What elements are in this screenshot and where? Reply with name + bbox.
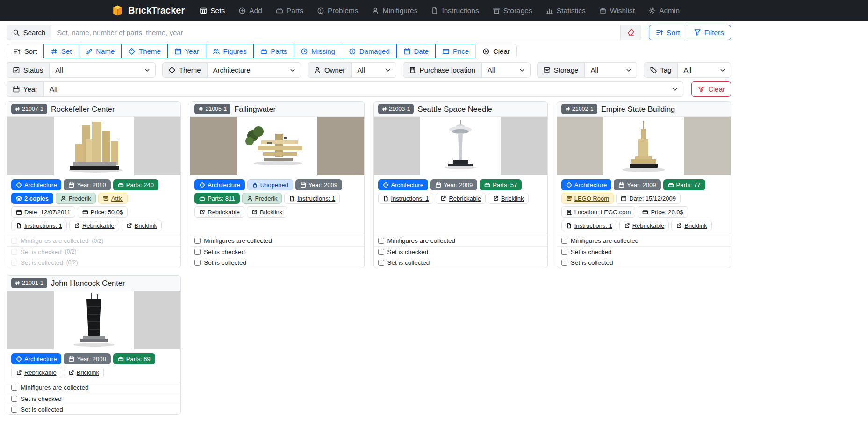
nav-item-parts[interactable]: Parts [276,7,303,15]
check-minifigures-are-collected[interactable]: Minifigures are collected [374,235,547,246]
creditcard-icon [82,209,88,215]
sortbar-theme-button[interactable]: Theme [121,44,167,58]
clear-filters-button[interactable]: Clear [691,81,731,97]
filter-select-theme[interactable]: Architecture [207,62,301,78]
search-input[interactable] [51,25,621,40]
checkbox[interactable] [561,260,567,266]
sortbar-date-button[interactable]: Date [396,44,436,58]
gear-icon [648,7,656,15]
check-minifigures-are-collected[interactable]: Minifigures are collected [557,235,731,246]
set-badges: ArchitectureUnopenedYear: 2009Parts: 811… [190,175,364,235]
nav-item-sets[interactable]: Sets [200,7,225,15]
badge-bricklink[interactable]: Bricklink [488,193,528,204]
check-minifigures-are-collected[interactable]: Minifigures are collected [7,382,180,393]
set-image[interactable] [374,117,547,175]
badge-bricklink[interactable]: Bricklink [671,220,711,231]
nav-item-wishlist[interactable]: Wishlist [599,7,635,15]
set-image[interactable] [7,117,180,175]
check-set-is-collected[interactable]: Set is collected [190,257,364,268]
nav-item-add[interactable]: Add [238,7,262,15]
sort-button[interactable]: Sort [649,25,687,40]
checkbox[interactable] [561,238,567,244]
check-minifigures-are-collected[interactable]: Minifigures are collected [190,235,364,246]
checkbox[interactable] [561,249,567,255]
sortbar-set-button[interactable]: Set [43,44,79,58]
sortbar-year-button[interactable]: Year [167,44,206,58]
filter-select-owner[interactable]: All [351,62,396,78]
badge-instructions-1[interactable]: Instructions: 1 [561,220,617,231]
filter-select-purchase-location[interactable]: All [481,62,531,78]
sortbar-name-button[interactable]: Name [79,44,122,58]
brand[interactable]: BrickTracker [111,4,185,17]
checkbox [11,238,17,244]
badge-rebrickable[interactable]: Rebrickable [11,367,61,378]
checkbox[interactable] [194,260,201,266]
set-card-header: 21007-1 Rockefeller Center [7,102,180,117]
badge-rebrickable[interactable]: Rebrickable [619,220,669,231]
checkbox[interactable] [11,385,17,391]
checkbox[interactable] [194,238,201,244]
badge-lego-room[interactable]: LEGO Room [561,193,614,204]
check-set-is-checked[interactable]: Set is checked [7,393,180,404]
filter-select-storage[interactable]: All [584,62,637,78]
diamond-tag-icon [128,48,136,55]
checkbox[interactable] [11,396,17,402]
badge-instructions-1[interactable]: Instructions: 1 [11,220,67,231]
sortbar-clear-button[interactable]: Clear [475,44,517,58]
checkbox[interactable] [378,238,384,244]
badge-year-2010: Year: 2010 [64,179,110,190]
badge-rebrickable[interactable]: Rebrickable [436,193,486,204]
badge-rebrickable[interactable]: Rebrickable [69,220,119,231]
badge-instructions-1[interactable]: Instructions: 1 [284,193,340,204]
calendar-icon [68,356,74,362]
set-badges: ArchitectureYear: 2010Parts: 2402 copies… [7,175,180,235]
filter-select-tag[interactable]: All [677,62,731,78]
badge-rebrickable[interactable]: Rebrickable [194,206,244,218]
checkbox[interactable] [378,260,384,266]
nav-item-admin[interactable]: Admin [648,7,680,15]
badge-bricklink[interactable]: Bricklink [247,206,287,218]
check-set-is-checked[interactable]: Set is checked [374,246,547,257]
badge-price-50-0: Price: 50.0$ [78,206,128,218]
checkbox[interactable] [378,249,384,255]
file-icon [289,196,295,202]
badge-attic[interactable]: Attic [98,193,128,204]
year-filter-select[interactable]: All [43,81,683,97]
chart-icon [546,7,553,15]
set-image[interactable] [7,291,180,349]
nav-item-problems[interactable]: Problems [317,7,358,15]
filter-group-storage: Storage All [537,62,637,78]
nav-item-storages[interactable]: Storages [493,7,532,15]
checkbox[interactable] [194,249,201,255]
checkbox [11,260,17,266]
sortbar-missing-button[interactable]: Missing [294,44,342,58]
filter-label-owner: Owner [308,62,351,78]
badge-bricklink[interactable]: Bricklink [64,367,104,378]
hash-icon [565,107,570,112]
filters-button[interactable]: Filters [687,25,731,40]
sortbar-parts-button[interactable]: Parts [253,44,294,58]
set-image[interactable] [190,117,364,175]
checkbox[interactable] [11,407,17,413]
nav-item-instructions[interactable]: Instructions [431,7,479,15]
set-image[interactable] [557,117,731,175]
nav-item-statistics[interactable]: Statistics [546,7,586,15]
sortbar-figures-button[interactable]: Figures [206,44,254,58]
badge-instructions-1[interactable]: Instructions: 1 [378,193,434,204]
filter-select-status[interactable]: All [49,62,156,78]
badge-bricklink[interactable]: Bricklink [122,220,162,231]
search-group: Search [7,25,641,40]
check-set-is-collected[interactable]: Set is collected [374,257,547,268]
check-set-is-checked[interactable]: Set is checked [190,246,364,257]
badge-unopened: Unopened [247,179,293,190]
check-set-is-collected[interactable]: Set is collected [557,257,731,268]
sortbar-sort-button[interactable]: Sort [7,44,44,58]
diamond-tag-icon [16,182,22,188]
sortbar-damaged-button[interactable]: Damaged [342,44,397,58]
nav-item-minifigures[interactable]: Minifigures [372,7,417,15]
check-set-is-collected[interactable]: Set is collected [7,404,180,414]
sortbar-price-button[interactable]: Price [435,44,476,58]
calendar-icon [16,209,22,215]
check-set-is-checked[interactable]: Set is checked [557,246,731,257]
clear-search-button[interactable] [621,25,641,40]
